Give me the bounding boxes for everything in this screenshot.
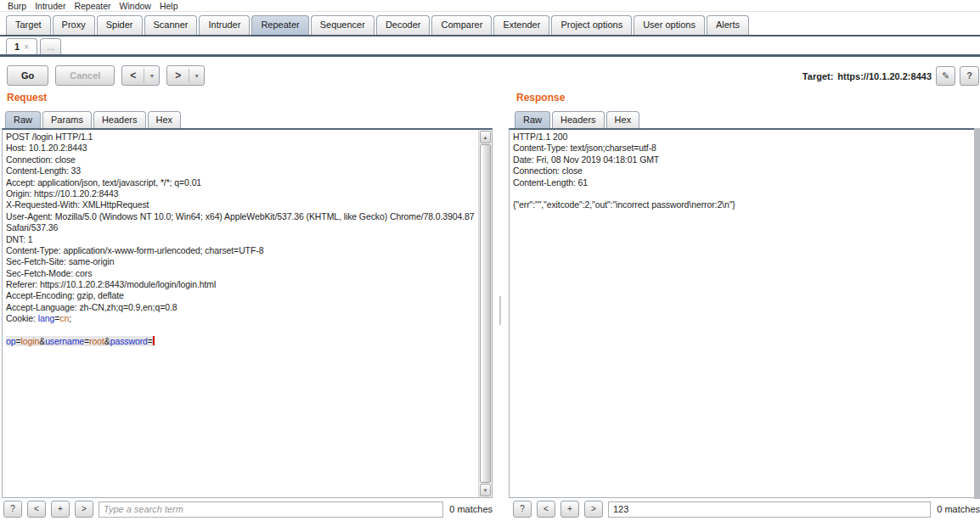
tab-proxy[interactable]: Proxy xyxy=(53,15,95,35)
line-text: Connection: close xyxy=(6,154,76,165)
search-next-button[interactable]: > xyxy=(75,501,93,518)
request-tab-hex[interactable]: Hex xyxy=(148,111,182,128)
help-button[interactable]: ? xyxy=(960,66,979,86)
editor-line: HTTP/1.1 200 xyxy=(513,132,976,143)
token: POST /login HTTP/1.1 xyxy=(6,132,93,142)
tab-extender[interactable]: Extender xyxy=(493,15,549,35)
editor-line: Accept-Language: zh-CN,zh;q=0.9,en;q=0.8 xyxy=(6,302,476,313)
response-editor[interactable]: HTTP/1.1 200Content-Type: text/json;char… xyxy=(509,128,980,498)
token: Cookie: xyxy=(6,313,38,323)
editor-line: {"err":"","exitcode":2,"out":"incorrect … xyxy=(513,199,976,210)
prev-arrow-icon: < xyxy=(122,70,144,81)
tab-user-options[interactable]: User options xyxy=(634,15,705,35)
response-raw-text[interactable]: HTTP/1.1 200Content-Type: text/json;char… xyxy=(513,132,976,496)
line-text: Content-Length: 33 xyxy=(6,165,81,176)
search-plus-button[interactable]: + xyxy=(51,501,70,518)
token: Content-Length: 33 xyxy=(6,165,81,176)
search-prev-button[interactable]: < xyxy=(537,501,555,518)
search-next-button[interactable]: > xyxy=(584,501,603,518)
token: Referer: https://10.1.20.2:8443/module/l… xyxy=(6,279,216,289)
token: Origin: https://10.1.20.2:8443 xyxy=(6,188,118,199)
tab-project-options[interactable]: Project options xyxy=(551,15,632,35)
cancel-button[interactable]: Cancel xyxy=(55,65,115,86)
target-bar: Target: https://10.1.20.2:8443 ✎ ? xyxy=(803,66,979,86)
tab-alerts[interactable]: Alerts xyxy=(707,15,749,35)
token: Host: 10.1.20.2:8443 xyxy=(6,143,87,153)
repeater-tab-bar: 1 × ... xyxy=(0,38,980,57)
line-text: Accept-Encoding: gzip, deflate xyxy=(6,290,124,300)
tab-scanner[interactable]: Scanner xyxy=(144,15,198,35)
token: Accept-Encoding: gzip, deflate xyxy=(6,290,124,300)
panel-splitter-handle[interactable] xyxy=(499,296,501,325)
scroll-down-icon[interactable]: ▼ xyxy=(480,484,491,496)
response-scrollbar[interactable] xyxy=(974,128,980,499)
tab-repeater[interactable]: Repeater xyxy=(251,15,308,35)
token: cn xyxy=(59,313,69,323)
scrollbar-thumb[interactable] xyxy=(480,144,491,483)
line-text: User-Agent: Mozilla/5.0 (Windows NT 10.0… xyxy=(6,211,475,221)
repeater-tab-more[interactable]: ... xyxy=(40,38,61,54)
token: Connection: close xyxy=(513,165,583,176)
search-help-button[interactable]: ? xyxy=(3,501,22,518)
request-tab-headers[interactable]: Headers xyxy=(93,111,146,128)
menu-item-intruder[interactable]: Intruder xyxy=(31,1,70,11)
search-help-button[interactable]: ? xyxy=(513,501,532,518)
response-search-input[interactable] xyxy=(608,501,931,518)
editor-line: User-Agent: Mozilla/5.0 (Windows NT 10.0… xyxy=(6,211,476,222)
scroll-up-icon[interactable]: ▲ xyxy=(480,131,491,143)
token: Date: Fri, 08 Nov 2019 04:18:01 GMT xyxy=(513,154,659,165)
token: Safari/537.36 xyxy=(6,222,58,232)
menu-bar: BurpIntruderRepeaterWindowHelp xyxy=(0,0,980,12)
prev-response-button[interactable]: < ▼ xyxy=(121,65,160,86)
editor-line: POST /login HTTP/1.1 xyxy=(6,132,476,143)
repeater-tab-1[interactable]: 1 × xyxy=(6,38,37,54)
next-arrow-icon: > xyxy=(167,70,189,81)
chevron-down-icon[interactable]: ▼ xyxy=(189,73,204,79)
response-tab-headers[interactable]: Headers xyxy=(552,111,605,128)
edit-target-button[interactable]: ✎ xyxy=(936,66,955,86)
tab-sequencer[interactable]: Sequencer xyxy=(311,15,375,35)
response-editor-tabs: RawHeadersHex xyxy=(515,109,641,128)
menu-item-burp[interactable]: Burp xyxy=(3,1,31,11)
next-response-button[interactable]: > ▼ xyxy=(166,65,205,86)
line-text: Connection: close xyxy=(513,165,583,176)
search-plus-button[interactable]: + xyxy=(560,501,579,518)
menu-item-repeater[interactable]: Repeater xyxy=(70,1,115,11)
request-search-input[interactable] xyxy=(99,501,443,518)
tab-spider[interactable]: Spider xyxy=(97,15,143,35)
editor-line: Content-Length: 33 xyxy=(6,165,476,176)
editor-line: Referer: https://10.1.20.2:8443/module/l… xyxy=(6,279,476,290)
tab-decoder[interactable]: Decoder xyxy=(376,15,431,35)
request-search-bar: ?<+> 0 matches xyxy=(3,500,493,518)
editor-line xyxy=(6,325,476,336)
search-prev-button[interactable]: < xyxy=(27,501,46,518)
editor-line: Cookie: lang=cn; xyxy=(6,313,476,324)
request-panel-title: Request xyxy=(7,92,47,104)
request-tab-params[interactable]: Params xyxy=(42,111,92,128)
menu-item-window[interactable]: Window xyxy=(115,1,155,11)
repeater-toolbar: Go Cancel < ▼ > ▼ xyxy=(7,65,205,86)
chevron-down-icon[interactable]: ▼ xyxy=(144,73,159,79)
repeater-tab-1-label: 1 xyxy=(14,40,20,54)
request-editor[interactable]: POST /login HTTP/1.1Host: 10.1.20.2:8443… xyxy=(2,128,493,498)
line-text: Sec-Fetch-Site: same-origin xyxy=(6,256,114,266)
editor-line: DNT: 1 xyxy=(6,234,476,245)
go-button[interactable]: Go xyxy=(7,65,48,86)
menu-item-help[interactable]: Help xyxy=(155,1,183,11)
close-tab-icon[interactable]: × xyxy=(24,40,29,54)
tab-comparer[interactable]: Comparer xyxy=(431,15,492,35)
request-tab-raw[interactable]: Raw xyxy=(5,111,41,128)
response-tab-raw[interactable]: Raw xyxy=(515,111,550,128)
line-text: Content-Length: 61 xyxy=(513,177,588,188)
request-raw-text[interactable]: POST /login HTTP/1.1Host: 10.1.20.2:8443… xyxy=(6,132,476,496)
response-tab-hex[interactable]: Hex xyxy=(606,111,640,128)
editor-line: Accept-Encoding: gzip, deflate xyxy=(6,290,476,301)
repeater-tab-more-label: ... xyxy=(47,40,54,54)
editor-line: Sec-Fetch-Site: same-origin xyxy=(6,256,476,267)
editor-line: Sec-Fetch-Mode: cors xyxy=(6,268,476,279)
tab-target[interactable]: Target xyxy=(6,15,51,35)
editor-line: Safari/537.36 xyxy=(6,222,476,233)
request-scrollbar[interactable]: ▲ ▼ xyxy=(478,130,492,497)
line-text: Accept: application/json, text/javascrip… xyxy=(6,177,201,188)
tab-intruder[interactable]: Intruder xyxy=(199,15,250,35)
